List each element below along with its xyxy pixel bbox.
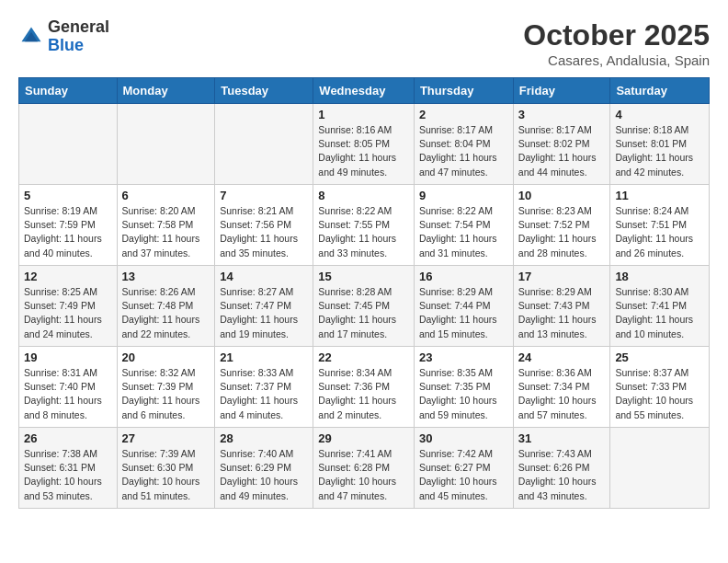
day-number: 5 <box>24 189 112 202</box>
calendar-cell <box>117 104 215 185</box>
day-info: Sunrise: 7:42 AM Sunset: 6:27 PM Dayligh… <box>419 447 508 503</box>
calendar-cell: 15Sunrise: 8:28 AM Sunset: 7:45 PM Dayli… <box>313 266 415 347</box>
calendar-cell: 27Sunrise: 7:39 AM Sunset: 6:30 PM Dayli… <box>117 428 215 509</box>
day-info: Sunrise: 8:30 AM Sunset: 7:41 PM Dayligh… <box>615 285 704 341</box>
day-number: 20 <box>122 350 210 364</box>
day-info: Sunrise: 7:41 AM Sunset: 6:28 PM Dayligh… <box>318 447 409 503</box>
day-number: 17 <box>518 270 606 283</box>
calendar-cell: 30Sunrise: 7:42 AM Sunset: 6:27 PM Dayli… <box>414 428 513 509</box>
calendar-cell: 26Sunrise: 7:38 AM Sunset: 6:31 PM Dayli… <box>19 428 118 509</box>
day-info: Sunrise: 8:29 AM Sunset: 7:44 PM Dayligh… <box>419 285 508 341</box>
month-title: October 2025 <box>523 18 710 52</box>
calendar-cell: 25Sunrise: 8:37 AM Sunset: 7:33 PM Dayli… <box>610 347 710 428</box>
title-block: October 2025 Casares, Andalusia, Spain <box>523 18 710 68</box>
header-day-tuesday: Tuesday <box>215 78 313 104</box>
day-number: 23 <box>419 350 508 364</box>
calendar-cell: 13Sunrise: 8:26 AM Sunset: 7:48 PM Dayli… <box>117 266 215 347</box>
logo-blue: Blue <box>48 37 109 55</box>
logo-text: General Blue <box>48 18 109 55</box>
day-number: 18 <box>615 270 704 283</box>
header-day-monday: Monday <box>117 78 215 104</box>
header-day-sunday: Sunday <box>19 78 118 104</box>
calendar-cell: 22Sunrise: 8:34 AM Sunset: 7:36 PM Dayli… <box>313 347 415 428</box>
day-number: 30 <box>419 431 508 445</box>
calendar-cell: 21Sunrise: 8:33 AM Sunset: 7:37 PM Dayli… <box>215 347 313 428</box>
day-number: 26 <box>24 431 112 445</box>
calendar-cell: 20Sunrise: 8:32 AM Sunset: 7:39 PM Dayli… <box>117 347 215 428</box>
day-number: 2 <box>419 108 508 121</box>
calendar-cell: 24Sunrise: 8:36 AM Sunset: 7:34 PM Dayli… <box>513 347 610 428</box>
calendar-cell: 9Sunrise: 8:22 AM Sunset: 7:54 PM Daylig… <box>414 185 513 266</box>
calendar-cell <box>215 104 313 185</box>
calendar-cell: 1Sunrise: 8:16 AM Sunset: 8:05 PM Daylig… <box>313 104 415 185</box>
day-info: Sunrise: 7:43 AM Sunset: 6:26 PM Dayligh… <box>518 447 606 503</box>
day-info: Sunrise: 7:38 AM Sunset: 6:31 PM Dayligh… <box>24 447 112 503</box>
day-number: 27 <box>122 431 210 445</box>
day-number: 6 <box>122 189 210 202</box>
day-number: 13 <box>122 270 210 283</box>
day-number: 15 <box>318 270 409 283</box>
day-info: Sunrise: 8:16 AM Sunset: 8:05 PM Dayligh… <box>318 123 409 179</box>
day-number: 3 <box>518 108 606 121</box>
day-number: 14 <box>220 270 308 283</box>
day-number: 19 <box>24 350 112 364</box>
page-header: General Blue October 2025 Casares, Andal… <box>18 18 710 68</box>
day-number: 24 <box>518 350 606 364</box>
logo-general: General <box>48 18 109 37</box>
calendar-cell: 5Sunrise: 8:19 AM Sunset: 7:59 PM Daylig… <box>19 185 118 266</box>
calendar-cell: 11Sunrise: 8:24 AM Sunset: 7:51 PM Dayli… <box>610 185 710 266</box>
logo-icon <box>18 24 44 50</box>
day-number: 28 <box>220 431 308 445</box>
day-info: Sunrise: 8:21 AM Sunset: 7:56 PM Dayligh… <box>220 204 308 260</box>
day-number: 11 <box>615 189 704 202</box>
calendar-table: SundayMondayTuesdayWednesdayThursdayFrid… <box>18 77 710 509</box>
day-number: 22 <box>318 350 409 364</box>
day-number: 1 <box>318 108 409 121</box>
week-row-1: 5Sunrise: 8:19 AM Sunset: 7:59 PM Daylig… <box>19 185 710 266</box>
day-number: 31 <box>518 431 606 445</box>
day-number: 4 <box>615 108 704 121</box>
header-day-thursday: Thursday <box>414 78 513 104</box>
day-number: 10 <box>518 189 606 202</box>
calendar-cell: 28Sunrise: 7:40 AM Sunset: 6:29 PM Dayli… <box>215 428 313 509</box>
day-number: 16 <box>419 270 508 283</box>
header-day-wednesday: Wednesday <box>313 78 415 104</box>
calendar-body: 1Sunrise: 8:16 AM Sunset: 8:05 PM Daylig… <box>19 104 710 509</box>
location: Casares, Andalusia, Spain <box>523 52 710 68</box>
day-number: 21 <box>220 350 308 364</box>
day-info: Sunrise: 8:19 AM Sunset: 7:59 PM Dayligh… <box>24 204 112 260</box>
header-day-saturday: Saturday <box>610 78 710 104</box>
calendar-cell <box>19 104 118 185</box>
calendar-cell: 23Sunrise: 8:35 AM Sunset: 7:35 PM Dayli… <box>414 347 513 428</box>
day-info: Sunrise: 7:40 AM Sunset: 6:29 PM Dayligh… <box>220 447 308 503</box>
header-day-friday: Friday <box>513 78 610 104</box>
day-info: Sunrise: 8:22 AM Sunset: 7:55 PM Dayligh… <box>318 204 409 260</box>
calendar-cell: 16Sunrise: 8:29 AM Sunset: 7:44 PM Dayli… <box>414 266 513 347</box>
day-number: 12 <box>24 270 112 283</box>
day-info: Sunrise: 8:28 AM Sunset: 7:45 PM Dayligh… <box>318 285 409 341</box>
day-info: Sunrise: 8:24 AM Sunset: 7:51 PM Dayligh… <box>615 204 704 260</box>
calendar-cell: 19Sunrise: 8:31 AM Sunset: 7:40 PM Dayli… <box>19 347 118 428</box>
calendar-cell: 31Sunrise: 7:43 AM Sunset: 6:26 PM Dayli… <box>513 428 610 509</box>
calendar-cell: 18Sunrise: 8:30 AM Sunset: 7:41 PM Dayli… <box>610 266 710 347</box>
day-info: Sunrise: 8:31 AM Sunset: 7:40 PM Dayligh… <box>24 366 112 422</box>
calendar-cell: 12Sunrise: 8:25 AM Sunset: 7:49 PM Dayli… <box>19 266 118 347</box>
day-info: Sunrise: 8:26 AM Sunset: 7:48 PM Dayligh… <box>122 285 210 341</box>
day-info: Sunrise: 8:20 AM Sunset: 7:58 PM Dayligh… <box>122 204 210 260</box>
calendar-cell <box>610 428 710 509</box>
calendar-cell: 29Sunrise: 7:41 AM Sunset: 6:28 PM Dayli… <box>313 428 415 509</box>
day-number: 8 <box>318 189 409 202</box>
calendar-cell: 4Sunrise: 8:18 AM Sunset: 8:01 PM Daylig… <box>610 104 710 185</box>
day-number: 25 <box>615 350 704 364</box>
calendar-header: SundayMondayTuesdayWednesdayThursdayFrid… <box>19 78 710 104</box>
calendar-cell: 14Sunrise: 8:27 AM Sunset: 7:47 PM Dayli… <box>215 266 313 347</box>
day-number: 29 <box>318 431 409 445</box>
day-info: Sunrise: 7:39 AM Sunset: 6:30 PM Dayligh… <box>122 447 210 503</box>
week-row-0: 1Sunrise: 8:16 AM Sunset: 8:05 PM Daylig… <box>19 104 710 185</box>
day-info: Sunrise: 8:37 AM Sunset: 7:33 PM Dayligh… <box>615 366 704 422</box>
logo: General Blue <box>18 18 109 55</box>
day-info: Sunrise: 8:22 AM Sunset: 7:54 PM Dayligh… <box>419 204 508 260</box>
day-info: Sunrise: 8:17 AM Sunset: 8:04 PM Dayligh… <box>419 123 508 179</box>
day-info: Sunrise: 8:18 AM Sunset: 8:01 PM Dayligh… <box>615 123 704 179</box>
calendar-cell: 7Sunrise: 8:21 AM Sunset: 7:56 PM Daylig… <box>215 185 313 266</box>
